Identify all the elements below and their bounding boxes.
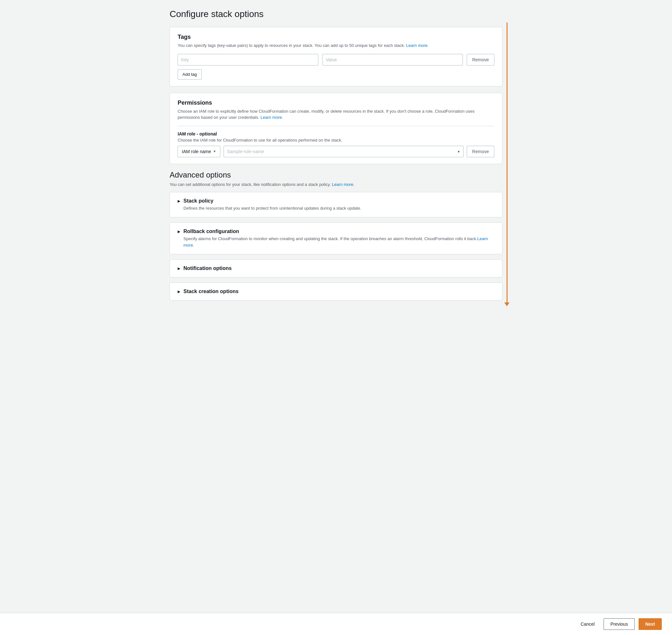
collapsible-header-stack-creation-options[interactable]: ▶Stack creation options [170,283,502,300]
next-button[interactable]: Next [638,618,662,630]
advanced-options-title: Advanced options [170,171,502,179]
tag-row: Remove [177,54,495,65]
tag-value-input[interactable] [322,54,463,65]
iam-role-row: IAM role name ▼ Remove [177,146,495,157]
triangle-right-icon: ▶ [177,289,180,294]
progress-line [507,22,507,306]
tags-learn-more[interactable]: Learn more. [406,43,428,48]
collapsible-card-stack-creation-options: ▶Stack creation options [170,283,502,301]
collapsible-header-rollback-configuration[interactable]: ▶Rollback configurationSpecify alarms fo… [170,223,502,254]
collapsible-header-stack-policy[interactable]: ▶Stack policyDefines the resources that … [170,192,502,217]
tags-section: Tags You can specify tags (key-value pai… [170,27,502,86]
collapsible-container: ▶Stack policyDefines the resources that … [170,192,502,301]
footer: Cancel Previous Next [0,613,672,635]
rollback-configuration-learn-more[interactable]: Learn more. [184,236,488,247]
tags-description: You can specify tags (key-value pairs) t… [177,42,495,49]
permissions-section: Permissions Choose an IAM role to explic… [170,93,502,164]
iam-remove-button[interactable]: Remove [467,146,495,157]
iam-select-wrapper [224,146,464,157]
triangle-right-icon: ▶ [177,199,180,203]
iam-role-desc: Choose the IAM role for CloudFormation t… [177,138,495,143]
progress-line-arrow [504,302,509,306]
collapsible-header-notification-options[interactable]: ▶Notification options [170,260,502,277]
chevron-down-icon: ▼ [213,150,216,153]
triangle-right-icon: ▶ [177,266,180,271]
page-title: Configure stack options [170,9,502,19]
advanced-options-desc: You can set additional options for your … [170,182,502,187]
permissions-learn-more[interactable]: Learn more. [260,115,283,120]
previous-button[interactable]: Previous [604,618,634,630]
triangle-right-icon: ▶ [177,229,180,234]
collapsible-title-rollback-configuration: Rollback configuration [184,228,495,234]
permissions-description: Choose an IAM role to explicitly define … [177,108,495,121]
cancel-button[interactable]: Cancel [575,619,600,629]
collapsible-desc-stack-policy: Defines the resources that you want to p… [184,205,361,212]
tag-key-input[interactable] [177,54,318,65]
collapsible-title-stack-policy: Stack policy [184,198,361,204]
add-tag-button[interactable]: Add tag [177,69,202,80]
collapsible-card-rollback-configuration: ▶Rollback configurationSpecify alarms fo… [170,222,502,254]
iam-role-section: IAM role - optional Choose the IAM role … [177,126,495,157]
advanced-learn-more[interactable]: Learn more. [332,182,354,187]
tags-title: Tags [177,34,495,41]
collapsible-card-notification-options: ▶Notification options [170,259,502,277]
permissions-title: Permissions [177,100,495,106]
collapsible-card-stack-policy: ▶Stack policyDefines the resources that … [170,192,502,218]
tag-remove-button[interactable]: Remove [467,54,495,65]
iam-role-input[interactable] [224,146,464,157]
iam-role-label: IAM role - optional [177,131,495,136]
collapsible-title-notification-options: Notification options [184,265,232,271]
collapsible-title-stack-creation-options: Stack creation options [184,289,239,294]
iam-role-dropdown[interactable]: IAM role name ▼ [177,146,220,157]
collapsible-desc-rollback-configuration: Specify alarms for CloudFormation to mon… [184,236,495,248]
